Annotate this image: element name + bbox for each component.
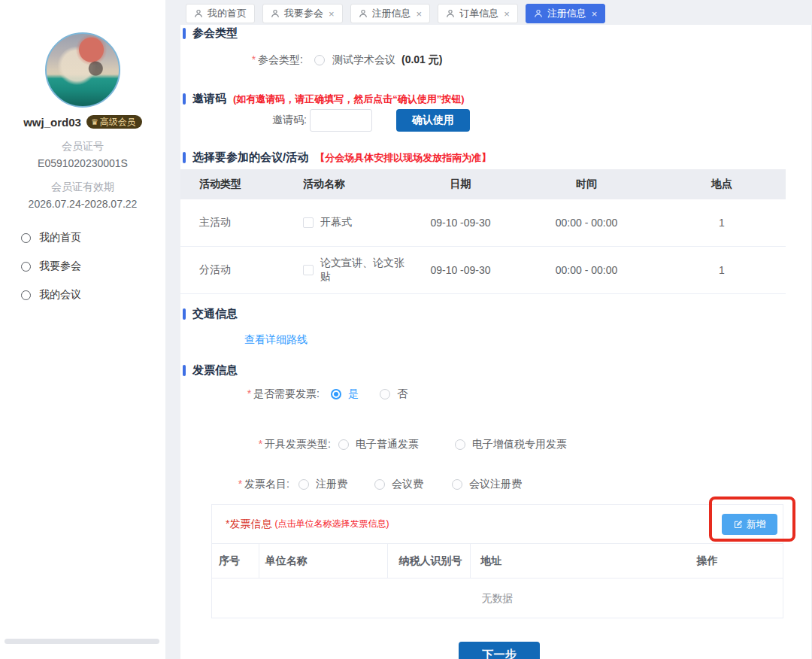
invoice-need-no-label: 否 [397, 387, 408, 401]
edit-icon [734, 520, 743, 529]
member-id-value: E0591020230001S [0, 157, 165, 169]
section-title-invoice: 发票信息 [183, 363, 238, 378]
close-icon[interactable]: × [329, 8, 335, 20]
sidebar-item-join[interactable]: 我要参会 [0, 252, 165, 281]
tab-order-info[interactable]: 订单信息 × [438, 4, 518, 23]
invoice-item-radio-meeting[interactable] [374, 479, 385, 490]
member-id-label: 会员证号 [0, 140, 165, 153]
invoice-need-yes-radio[interactable] [331, 389, 341, 399]
sidebar-horizontal-scrollbar[interactable] [5, 639, 159, 644]
invitation-code-row: 邀请码: 确认使用 [180, 108, 470, 132]
sidebar-item-label: 我的首页 [39, 231, 81, 244]
invoice-type-radio-vat[interactable] [455, 439, 465, 450]
activity-checkbox[interactable] [303, 265, 314, 275]
close-icon[interactable]: × [417, 8, 423, 20]
tab-bar: 我的首页 我要参会 × 注册信息 × 订单信息 × 注册信息 × [186, 4, 605, 23]
activity-name-cell: 开幕式 [293, 216, 406, 229]
sidebar-item-home[interactable]: 我的首页 [0, 223, 165, 252]
invoice-need-no-radio[interactable] [380, 389, 390, 399]
circle-icon [21, 262, 31, 272]
section-bar [183, 152, 186, 163]
sidebar-item-meetings[interactable]: 我的会议 [0, 281, 165, 309]
invitation-code-input[interactable] [310, 109, 372, 132]
circle-icon [21, 290, 31, 300]
col-header-location: 地点 [658, 178, 786, 191]
invoice-info-label: *发票信息 [226, 518, 271, 531]
col-header-actions: 操作 [632, 544, 783, 578]
section-title-traffic: 交通信息 [183, 307, 238, 321]
participation-option-label: 测试学术会议 [332, 53, 395, 67]
user-icon [359, 9, 368, 18]
participation-type-radio[interactable] [314, 55, 325, 65]
tab-label: 我的首页 [208, 7, 247, 20]
participation-type-row: *参会类型: 测试学术会议 (0.01 元) [180, 51, 442, 69]
table-row: 分活动 论文宣讲、论文张贴 09-10 -09-30 00:00 - 00:00… [180, 247, 786, 294]
invoice-item-row: *发票名目: 注册费 会议费 会议注册费 [180, 475, 522, 493]
invoice-type-radio-normal[interactable] [338, 439, 349, 450]
tab-my-home[interactable]: 我的首页 [186, 4, 255, 23]
invoice-type-row: *开具发票类型: 电子普通发票 电子增值税专用发票 [180, 436, 567, 454]
col-header-address: 地址 [471, 544, 632, 578]
activities-table: 活动类型 活动名称 日期 时间 地点 主活动 开幕式 09-10 -09-30 … [180, 169, 786, 294]
activity-checkbox[interactable] [303, 217, 314, 228]
activity-type-cell: 主活动 [180, 216, 293, 229]
confirm-use-button[interactable]: 确认使用 [396, 109, 470, 132]
activity-location-cell: 1 [658, 217, 786, 229]
crown-icon: ♛ [91, 117, 98, 127]
section-title-participation: 参会类型 [183, 26, 238, 41]
username: wwj_ord03 [23, 116, 81, 129]
invoice-item-option: 注册费 [316, 478, 347, 491]
tab-registration-info-active[interactable]: 注册信息 × [526, 4, 606, 23]
invoice-type-option: 电子增值税专用发票 [472, 438, 567, 451]
section-bar [183, 93, 186, 105]
activity-time-cell: 00:00 - 00:00 [515, 264, 658, 276]
invoice-type-label: *开具发票类型: [180, 438, 331, 451]
col-header-activity-type: 活动类型 [180, 178, 293, 191]
invoice-item-option: 会议注册费 [469, 478, 522, 491]
col-header-time: 时间 [515, 178, 658, 191]
close-icon[interactable]: × [592, 8, 598, 20]
section-bar [183, 308, 186, 320]
invoice-item-label: *发票名目: [180, 478, 289, 491]
tab-label: 订单信息 [459, 7, 498, 20]
col-header-activity-name: 活动名称 [293, 178, 406, 191]
tab-registration-info-1[interactable]: 注册信息 × [350, 4, 431, 23]
invoice-info-note: (点击单位名称选择发票信息) [274, 518, 389, 530]
activity-name-cell: 论文宣讲、论文张贴 [293, 257, 406, 284]
close-icon[interactable]: × [504, 8, 510, 20]
user-icon [534, 9, 543, 18]
activity-time-cell: 00:00 - 00:00 [515, 217, 658, 229]
tab-label: 注册信息 [547, 7, 586, 20]
activity-date-cell: 09-10 -09-30 [406, 264, 515, 276]
tab-join-meeting[interactable]: 我要参会 × [262, 4, 343, 23]
section-bar [183, 28, 186, 39]
user-icon [271, 9, 280, 18]
next-step-button[interactable]: 下一步 [459, 642, 540, 659]
activity-type-cell: 分活动 [180, 263, 293, 277]
invoice-need-yes-label: 是 [348, 387, 359, 401]
invoice-item-option: 会议费 [392, 478, 423, 491]
activity-name-label: 开幕式 [320, 216, 352, 229]
user-icon [446, 9, 455, 18]
table-row: 主活动 开幕式 09-10 -09-30 00:00 - 00:00 1 [180, 199, 786, 247]
view-route-link[interactable]: 查看详细路线 [244, 333, 308, 347]
participation-type-label: *参会类型: [180, 53, 303, 67]
tab-label: 我要参会 [284, 7, 323, 20]
add-invoice-button[interactable]: 新增 [722, 514, 777, 535]
validity-label: 会员证有效期 [0, 181, 165, 194]
tab-label: 注册信息 [372, 7, 411, 20]
sidebar-item-label: 我要参会 [39, 260, 81, 273]
col-header-date: 日期 [406, 178, 515, 191]
invoice-item-radio-meeting-registration[interactable] [452, 479, 462, 490]
validity-value: 2026.07.24-2028.07.22 [0, 198, 165, 210]
invoice-item-radio-registration[interactable] [298, 479, 309, 490]
sidebar: wwj_ord03 ♛ 高级会员 会员证号 E0591020230001S 会员… [0, 0, 165, 659]
activities-table-header: 活动类型 活动名称 日期 时间 地点 [180, 169, 786, 199]
activity-location-cell: 1 [658, 264, 786, 276]
invoice-type-option: 电子普通发票 [356, 438, 419, 451]
section-title-invitation: 邀请码 (如有邀请码，请正确填写，然后点击“确认使用”按钮) [183, 92, 465, 106]
col-header-taxid: 纳税人识别号 [388, 544, 471, 578]
activities-note: 【分会场具体安排以现场发放指南为准】 [315, 151, 491, 165]
section-bar [183, 365, 186, 376]
invitation-code-label: 邀请码: [180, 114, 307, 127]
